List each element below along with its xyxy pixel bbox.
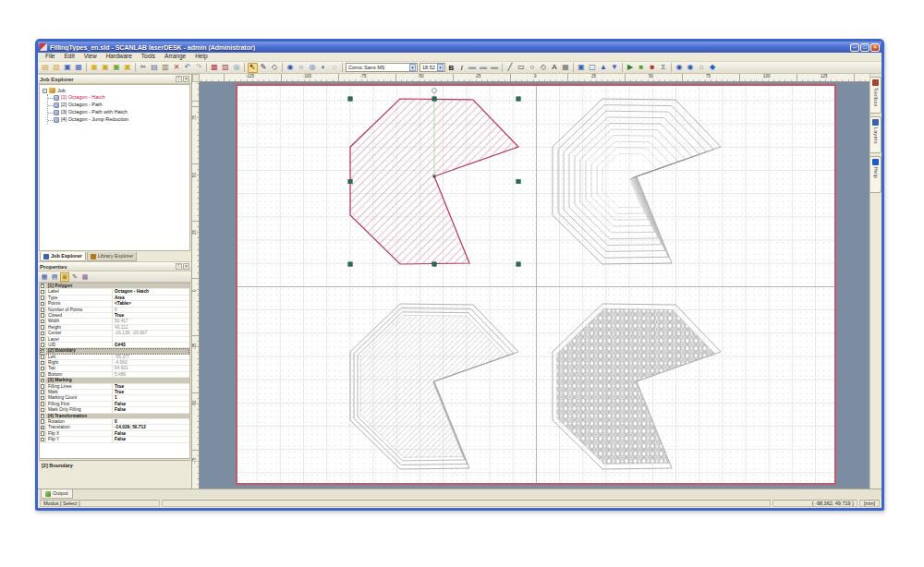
toolbar-icon[interactable]: ▤ — [150, 63, 160, 73]
octagon-path-with-hatch-shape[interactable] — [350, 304, 518, 469]
close-icon[interactable]: ✕ — [183, 76, 189, 82]
title-bar[interactable]: FillingTypes_en.sld - SCANLAB laserDESK … — [38, 42, 881, 53]
toolbar-icon[interactable] — [135, 63, 136, 72]
toolbar-icon[interactable]: ↶ — [183, 63, 193, 73]
font-size-select[interactable]: 18.52 ▾ — [419, 63, 445, 72]
property-value[interactable] — [113, 337, 189, 342]
property-value[interactable]: -14.029; 50.712 — [113, 425, 189, 429]
property-value[interactable]: True — [113, 384, 189, 389]
toolbar-icon[interactable]: ▬ — [490, 63, 500, 73]
expander-icon[interactable] — [41, 372, 45, 377]
toolbar-icon[interactable]: ▣ — [123, 63, 133, 73]
close-button[interactable]: ✕ — [870, 43, 880, 52]
toolbar-icon[interactable]: ✕ — [172, 63, 182, 73]
toolbar-icon[interactable]: ▣ — [577, 63, 587, 73]
toolbar-icon[interactable] — [573, 63, 574, 72]
expander-icon[interactable] — [41, 367, 45, 371]
property-row[interactable]: Flip Y False — [40, 437, 189, 442]
toolbar-icon[interactable]: ◇ — [539, 63, 549, 73]
property-value[interactable]: False — [113, 402, 189, 406]
property-value[interactable]: False — [113, 431, 189, 436]
expander-icon[interactable] — [41, 384, 45, 389]
octagon-path-shape[interactable] — [553, 99, 721, 264]
property-value[interactable]: G#43 — [113, 343, 189, 347]
property-value[interactable]: -16.139; -20.667 — [113, 331, 189, 335]
pivot-anchor[interactable] — [433, 175, 436, 178]
toolbar-icon[interactable] — [342, 63, 343, 72]
expander-icon[interactable] — [41, 332, 45, 336]
toolbar-icon[interactable]: ◌ — [330, 63, 340, 73]
expander-icon[interactable] — [41, 296, 45, 300]
menu-item[interactable]: Tools — [137, 53, 160, 61]
toolbar-icon[interactable]: ■ — [637, 63, 647, 73]
property-value[interactable]: -4.960 — [113, 360, 189, 365]
explorer-tab[interactable]: Job Explorer — [40, 252, 86, 261]
toolbar-icon[interactable] — [206, 63, 207, 72]
toolbar-icon[interactable]: ◎ — [232, 63, 242, 73]
property-value[interactable]: True — [113, 390, 189, 394]
rotation-handle[interactable] — [432, 89, 437, 93]
toolbar-icon[interactable]: ▼ — [610, 63, 620, 73]
toolbar-icon[interactable]: ▨ — [221, 63, 231, 73]
expander-icon[interactable]: − — [41, 284, 45, 288]
toolbar-icon[interactable]: ○ — [297, 63, 307, 73]
properties-toolbar-icon[interactable]: ▩ — [80, 272, 90, 282]
side-tab[interactable]: Help — [870, 156, 881, 193]
toolbar-icon[interactable]: ↷ — [194, 63, 204, 73]
toolbar-icon[interactable]: ◇ — [270, 63, 280, 73]
working-field[interactable] — [236, 84, 836, 485]
property-value[interactable]: False — [113, 407, 189, 412]
expander-icon[interactable] — [41, 325, 45, 330]
expander-icon[interactable] — [41, 419, 45, 424]
toolbar-icon[interactable]: ▢ — [588, 63, 598, 73]
toolbar-icon[interactable]: A — [550, 63, 560, 73]
property-value[interactable]: 1 — [113, 395, 189, 400]
property-value[interactable]: Octagon - Hatch — [113, 289, 189, 294]
toolbar-icon[interactable]: ▦ — [74, 63, 84, 73]
bold-button[interactable]: B — [446, 63, 456, 73]
close-icon[interactable]: ✕ — [183, 263, 189, 270]
toolbar-icon[interactable]: ✎ — [259, 63, 269, 73]
toolbar-icon[interactable] — [671, 63, 672, 72]
italic-button[interactable]: I — [456, 63, 467, 73]
property-value[interactable]: 54.601 — [113, 366, 189, 370]
expander-icon[interactable] — [41, 431, 45, 436]
property-value[interactable]: True — [113, 313, 189, 318]
toolbar-icon[interactable]: ▣ — [90, 63, 100, 73]
toolbar-icon[interactable]: ▩ — [210, 63, 220, 73]
property-value[interactable]: 0 — [113, 419, 189, 424]
toolbar-icon[interactable]: ◉ — [675, 63, 685, 73]
toolbar-icon[interactable]: ✂ — [139, 63, 149, 73]
expander-icon[interactable]: − — [41, 379, 45, 383]
toolbar-icon[interactable]: Σ — [659, 63, 669, 73]
toolbar-icon[interactable]: ▬ — [479, 63, 489, 73]
expander-icon[interactable] — [41, 361, 45, 366]
tree-item[interactable]: [1] Octagon - Hatch — [48, 94, 189, 102]
toolbar-icon[interactable]: ◐ — [319, 63, 329, 73]
toolbar-icon[interactable]: ▥ — [161, 63, 171, 73]
toolbar-icon[interactable]: ▭ — [517, 63, 527, 73]
properties-toolbar-icon[interactable]: ✎ — [70, 272, 79, 282]
toolbar-icon[interactable] — [622, 63, 623, 72]
explorer-tab[interactable]: Library Explorer — [87, 252, 138, 261]
property-value[interactable]: 50.417 — [113, 319, 189, 323]
toolbar-icon[interactable]: ▧ — [52, 63, 62, 73]
menu-item[interactable]: Hardware — [102, 53, 137, 61]
expander-icon[interactable] — [41, 302, 45, 307]
toolbar-icon[interactable] — [502, 63, 503, 72]
toolbar-icon[interactable]: ▲ — [599, 63, 609, 73]
toolbar-icon[interactable]: ▦ — [561, 63, 571, 73]
output-tab[interactable]: Output — [41, 489, 73, 499]
expander-icon[interactable] — [41, 337, 45, 342]
expander-icon[interactable] — [41, 320, 45, 324]
toolbar-icon[interactable]: ▣ — [101, 63, 111, 73]
font-family-select[interactable]: Comic Sans MS ▾ — [346, 63, 418, 72]
pin-icon[interactable]: ⊤ — [176, 263, 182, 270]
expander-icon[interactable]: + — [41, 426, 45, 430]
expander-icon[interactable] — [41, 355, 45, 359]
toolbar-icon[interactable]: ◆ — [708, 63, 718, 73]
toolbar-icon[interactable]: ■ — [648, 63, 658, 73]
toolbar-icon[interactable]: ▤ — [41, 63, 51, 73]
expander-icon[interactable] — [41, 396, 45, 401]
chevron-down-icon[interactable]: ▾ — [437, 64, 444, 71]
